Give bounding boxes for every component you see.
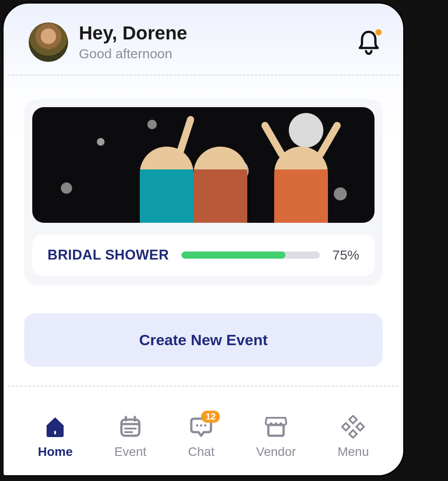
svg-rect-11 [349,416,357,424]
store-icon [263,414,289,439]
svg-rect-13 [342,423,350,431]
home-icon [43,414,68,439]
calendar-icon [118,414,143,439]
app-frame: Hey, Dorene Good afternoon BRIDAL SHOWER [2,2,405,477]
progress-bar-fill [181,251,285,259]
chat-badge: 12 [201,411,220,423]
progress-bar [181,251,320,259]
nav-item-home[interactable]: Home [38,414,73,459]
nav-item-vendor[interactable]: Vendor [256,414,296,459]
create-event-button[interactable]: Create New Event [24,313,383,367]
event-card[interactable]: BRIDAL SHOWER 75% [24,99,383,286]
person-illustration [274,147,328,223]
person-illustration [140,147,194,223]
person-illustration [194,147,247,223]
nav-item-menu[interactable]: Menu [337,414,369,459]
header: Hey, Dorene Good afternoon [4,4,403,74]
nav-item-event[interactable]: Event [114,414,146,459]
svg-point-9 [204,425,207,427]
bottom-nav: Home Event 12 Chat Vendor Menu [4,403,403,475]
nav-label: Menu [337,445,369,459]
svg-rect-12 [349,430,357,438]
svg-rect-10 [268,425,284,436]
event-progress-row: BRIDAL SHOWER 75% [32,234,375,276]
grid-icon [340,414,366,439]
svg-rect-0 [54,431,56,434]
svg-point-8 [200,425,202,427]
nav-label: Home [38,445,73,459]
greeting-title: Hey, Dorene [79,23,357,43]
divider [8,386,399,387]
greeting-block: Hey, Dorene Good afternoon [79,23,357,61]
notifications-button[interactable] [357,29,381,55]
progress-percent-label: 75% [332,247,359,263]
nav-label: Event [114,445,146,459]
nav-item-chat[interactable]: 12 Chat [188,414,215,459]
chat-icon: 12 [189,414,214,439]
event-image [32,107,375,223]
avatar[interactable] [29,22,68,62]
svg-rect-14 [357,423,364,431]
greeting-subtitle: Good afternoon [79,46,357,61]
event-title: BRIDAL SHOWER [47,247,169,263]
notification-dot-icon [375,29,382,35]
content: BRIDAL SHOWER 75% Create New Event [4,76,403,367]
svg-point-7 [196,425,198,427]
nav-label: Chat [188,445,215,459]
nav-label: Vendor [256,445,296,459]
